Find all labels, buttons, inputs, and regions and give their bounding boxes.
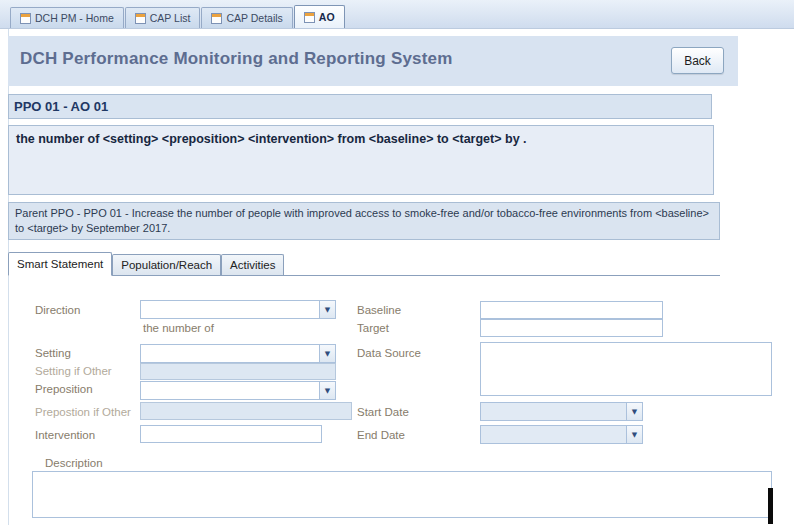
tab-dch-pm-home[interactable]: DCH PM - Home [10, 7, 124, 28]
tab-label: CAP List [150, 12, 191, 24]
tab-label: AO [319, 11, 335, 23]
tab-label: DCH PM - Home [35, 12, 114, 24]
tab-population-reach[interactable]: Population/Reach [112, 254, 221, 275]
dropdown-arrow-icon[interactable] [626, 403, 642, 420]
direction-label: Direction [35, 304, 80, 316]
intervention-input[interactable] [140, 425, 322, 443]
target-label: Target [357, 322, 389, 334]
end-date-label: End Date [357, 429, 405, 441]
dropdown-arrow-icon[interactable] [319, 382, 335, 399]
start-date-label: Start Date [357, 406, 409, 418]
tab-cap-details[interactable]: CAP Details [201, 7, 292, 28]
dropdown-arrow-icon[interactable] [319, 301, 335, 318]
preposition-if-other-label: Prepostion if Other [35, 406, 131, 418]
tab-activities[interactable]: Activities [221, 254, 284, 275]
caret-artifact [768, 488, 773, 524]
form-icon [135, 13, 146, 24]
baseline-input[interactable] [480, 301, 663, 319]
setting-if-other-input [140, 363, 336, 380]
setting-label: Setting [35, 347, 71, 359]
tab-label: CAP Details [226, 12, 282, 24]
form-tab-strip: Smart Statement Population/Reach Activit… [8, 252, 720, 276]
document-tab-bar: DCH PM - Home CAP List CAP Details AO [0, 0, 794, 29]
tab-cap-list[interactable]: CAP List [125, 7, 201, 28]
preposition-if-other-input [140, 402, 352, 420]
page-title: DCH Performance Monitoring and Reporting… [20, 49, 453, 69]
tab-ao[interactable]: AO [294, 5, 345, 28]
direction-helper-text: the number of [143, 322, 214, 334]
baseline-label: Baseline [357, 304, 401, 316]
intervention-label: Intervention [35, 429, 95, 441]
app-window: DCH PM - Home CAP List CAP Details AO DC… [0, 0, 794, 525]
form-icon [211, 13, 222, 24]
data-source-label: Data Source [357, 347, 421, 359]
smart-statement-box: the number of <setting> <preposition> <i… [8, 125, 714, 195]
form-icon [20, 13, 31, 24]
setting-if-other-label: Setting if Other [35, 365, 112, 377]
tab-smart-statement[interactable]: Smart Statement [8, 252, 112, 276]
data-source-input[interactable] [480, 342, 772, 396]
back-button[interactable]: Back [671, 47, 724, 74]
form-header: DCH Performance Monitoring and Reporting… [8, 36, 738, 86]
form-icon [304, 12, 315, 23]
description-input[interactable] [32, 471, 772, 518]
preposition-label: Preposition [35, 383, 93, 395]
setting-combobox[interactable] [140, 344, 336, 363]
start-date-combobox[interactable] [480, 402, 643, 421]
target-input[interactable] [480, 319, 663, 337]
preposition-combobox[interactable] [140, 381, 336, 400]
end-date-combobox[interactable] [480, 425, 643, 444]
dropdown-arrow-icon[interactable] [319, 345, 335, 362]
description-label: Description [45, 457, 103, 469]
record-title-box: PPO 01 - AO 01 [8, 94, 712, 119]
parent-ppo-box: Parent PPO - PPO 01 - Increase the numbe… [8, 202, 720, 240]
dropdown-arrow-icon[interactable] [626, 426, 642, 443]
direction-combobox[interactable] [140, 300, 336, 319]
